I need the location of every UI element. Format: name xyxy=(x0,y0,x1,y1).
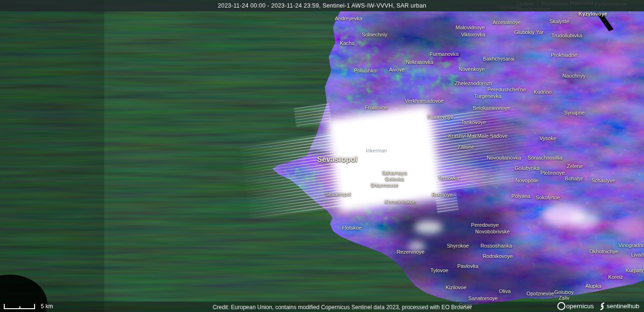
map-scale-bar: 5 km xyxy=(4,303,53,309)
timespan-layer-bar: 2023-11-24 00:00 - 2023-11-24 23:59, Sen… xyxy=(0,0,644,11)
timespan-layer-title: 2023-11-24 00:00 - 2023-11-24 23:59, Sen… xyxy=(218,2,426,9)
satellite-map-image[interactable] xyxy=(0,0,644,312)
brand-logos: opernicus sentinelhub xyxy=(557,302,639,310)
credit-text: Credit: European Union, contains modifie… xyxy=(41,304,644,311)
copernicus-logo-text: opernicus xyxy=(566,303,594,310)
attribution-bar: Credit: European Union, contains modifie… xyxy=(0,302,644,312)
eo-browser-satellite-view: UglovoyeZavitnePochtovoyeMalinovkaPartiz… xyxy=(0,0,644,312)
copernicus-logo[interactable]: opernicus xyxy=(557,302,594,310)
scale-bar-label: 5 km xyxy=(41,303,53,309)
sentinelhub-glyph-icon xyxy=(599,303,605,310)
sentinelhub-logo[interactable]: sentinelhub xyxy=(599,303,639,310)
copernicus-ring-icon xyxy=(557,302,565,310)
scale-bar-shape xyxy=(4,304,35,309)
sentinelhub-logo-text: sentinelhub xyxy=(607,303,639,310)
